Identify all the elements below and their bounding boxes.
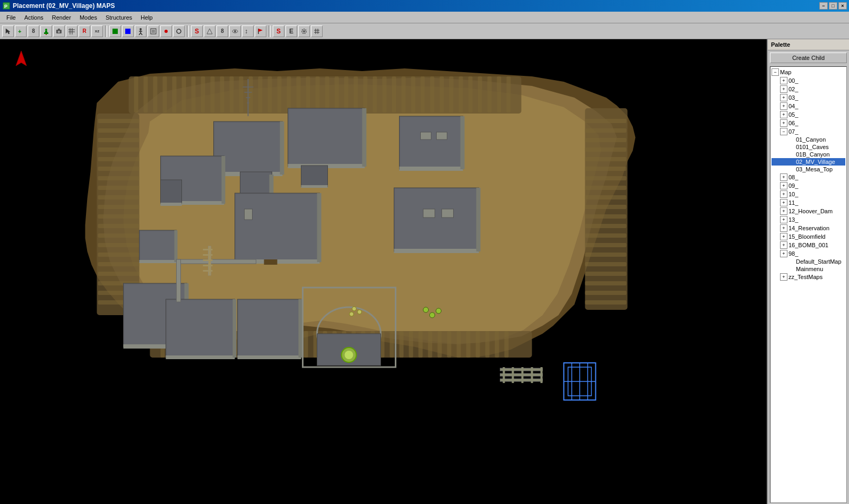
menu-file[interactable]: File — [2, 13, 20, 22]
tree-item-12hooverdam[interactable]: + 12_Hoover_Dam — [772, 207, 845, 215]
svg-rect-182 — [437, 132, 447, 140]
tree-item-07[interactable]: − 07_ — [772, 127, 845, 136]
tb-eye[interactable] — [229, 25, 241, 37]
svg-rect-98 — [239, 76, 244, 112]
tree-15-expander[interactable]: + — [780, 233, 787, 240]
tree-root[interactable]: − Map — [772, 68, 845, 76]
tb-grid[interactable] — [66, 25, 77, 37]
svg-rect-115 — [402, 76, 406, 112]
tb-gear[interactable] — [298, 25, 310, 37]
tree-item-10[interactable]: + 10_ — [772, 190, 845, 198]
tree-13-expander[interactable]: + — [780, 216, 787, 223]
tree-zz-expander[interactable]: + — [780, 273, 787, 281]
tree-item-15bloomfield[interactable]: + 15_Bloomfield — [772, 232, 845, 241]
tree-14-expander[interactable]: + — [780, 224, 787, 232]
maximize-button[interactable]: □ — [829, 2, 837, 10]
tree-item-16bomb001[interactable]: + 16_BOMB_001 — [772, 241, 845, 249]
close-button[interactable]: × — [838, 2, 847, 10]
tree-item-14reservation[interactable]: + 14_Reservation — [772, 224, 845, 232]
tb-e[interactable]: E — [285, 25, 297, 37]
tree-08-expander[interactable]: + — [780, 173, 787, 181]
tree-item-zztestmaps[interactable]: + zz_TestMaps — [772, 273, 845, 281]
tb-triangle[interactable] — [204, 25, 215, 37]
tree-item-05[interactable]: + 05_ — [772, 110, 845, 119]
tree-view[interactable]: − Map + 00_ + 02_ + 03_ + 04_ + 05 — [770, 66, 847, 503]
tb-arrows[interactable]: ↕ — [242, 25, 254, 37]
tree-item-mainmenu[interactable]: Mainmenu — [772, 265, 845, 273]
tb-flag[interactable] — [255, 25, 266, 37]
tree-item-00[interactable]: + 00_ — [772, 76, 845, 85]
tree-16-expander[interactable]: + — [780, 241, 787, 249]
tb-s2[interactable]: S — [273, 25, 284, 37]
tb-green-sq[interactable] — [109, 25, 121, 37]
tree-05-expander[interactable]: + — [780, 111, 787, 118]
tree-item-13[interactable]: + 13_ — [772, 215, 845, 224]
menu-help[interactable]: Help — [136, 13, 157, 22]
tb-r[interactable]: R — [79, 25, 90, 37]
tb-s[interactable]: S — [191, 25, 203, 37]
svg-point-32 — [303, 30, 305, 32]
tree-10-expander[interactable]: + — [780, 190, 787, 198]
tb-8b[interactable]: 8 — [216, 25, 228, 37]
tb-8[interactable]: 8 — [28, 25, 39, 37]
svg-line-21 — [141, 33, 142, 35]
tree-item-11[interactable]: + 11_ — [772, 198, 845, 207]
svg-rect-244 — [531, 367, 533, 383]
svg-rect-71 — [585, 157, 627, 161]
svg-rect-58 — [98, 224, 140, 228]
svg-rect-154 — [419, 331, 423, 358]
tb-tree[interactable] — [40, 25, 52, 37]
create-child-button[interactable]: Create Child — [770, 53, 847, 63]
tree-00-expander[interactable]: + — [780, 77, 787, 84]
menu-render[interactable]: Render — [48, 13, 75, 22]
svg-rect-241 — [503, 367, 505, 383]
tree-03-expander[interactable]: + — [780, 94, 787, 101]
tb-circle[interactable] — [173, 25, 185, 37]
tree-02-expander[interactable]: + — [780, 85, 787, 93]
menu-modes[interactable]: Modes — [75, 13, 101, 22]
tree-12-expander[interactable]: + — [780, 207, 787, 215]
tree-11-expander[interactable]: + — [780, 199, 787, 206]
building-2 — [288, 108, 367, 168]
tb-select[interactable] — [2, 25, 14, 37]
tree-item-02[interactable]: + 02_ — [772, 85, 845, 93]
tb-xz[interactable]: xz — [91, 25, 103, 37]
tree-item-defaultstartmap[interactable]: Default_StartMap — [772, 258, 845, 265]
tb-hash[interactable] — [311, 25, 323, 37]
tree-root-expander[interactable]: − — [772, 68, 779, 76]
svg-rect-208 — [236, 194, 319, 261]
svg-rect-91 — [172, 76, 177, 112]
svg-point-221 — [345, 351, 353, 359]
tree-item-01canyon[interactable]: 01_Canyon — [772, 136, 845, 143]
tree-98-expander[interactable]: + — [780, 250, 787, 257]
tree-item-08[interactable]: + 08_ — [772, 173, 845, 181]
svg-point-28 — [234, 30, 236, 32]
menu-structures[interactable]: Structures — [101, 13, 136, 22]
tree-item-02mvvillage[interactable]: 02_MV_Village — [772, 158, 845, 166]
window-controls[interactable]: − □ × — [819, 2, 847, 10]
tree-item-98[interactable]: + 98_ — [772, 249, 845, 258]
svg-rect-6 — [44, 32, 48, 34]
tree-09-expander[interactable]: + — [780, 182, 787, 189]
tree-07-expander[interactable]: − — [780, 128, 787, 135]
tb-person[interactable] — [135, 25, 146, 37]
tb-camera[interactable] — [53, 25, 65, 37]
tree-item-03mesatop[interactable]: 03_Mesa_Top — [772, 166, 845, 173]
tree-item-01bcanyon[interactable]: 01B_Canyon — [772, 151, 845, 158]
viewport[interactable] — [0, 39, 767, 504]
tree-item-06[interactable]: + 06_ — [772, 119, 845, 127]
tb-blue-sq[interactable] — [122, 25, 134, 37]
tree-item-03[interactable]: + 03_ — [772, 93, 845, 102]
tree-10-label: 10_ — [789, 191, 798, 197]
tb-add[interactable]: + — [15, 25, 27, 37]
minimize-button[interactable]: − — [819, 2, 828, 10]
tree-item-09[interactable]: + 09_ — [772, 181, 845, 190]
tb-sq2[interactable] — [148, 25, 159, 37]
tb-dot[interactable] — [160, 25, 172, 37]
menu-actions[interactable]: Actions — [20, 13, 48, 22]
tree-06-expander[interactable]: + — [780, 119, 787, 127]
tree-04-expander[interactable]: + — [780, 102, 787, 110]
map-view[interactable] — [0, 39, 767, 504]
tree-item-0101caves[interactable]: 0101_Caves — [772, 143, 845, 151]
tree-item-04[interactable]: + 04_ — [772, 102, 845, 110]
